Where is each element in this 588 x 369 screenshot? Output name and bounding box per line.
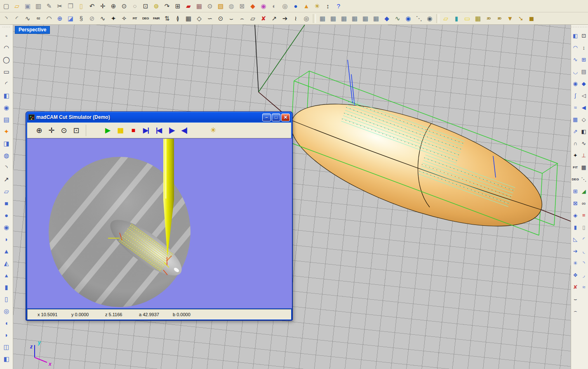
simulator-viewport[interactable]: [27, 138, 292, 308]
boolean-circle-icon[interactable]: ◎: [301, 13, 312, 24]
cplane-back-icon[interactable]: ▦: [371, 13, 381, 24]
toolbar-grip[interactable]: ·····: [571, 25, 579, 30]
interp-curve-icon[interactable]: ◠: [1, 42, 12, 54]
insert-knot-icon[interactable]: ≬: [172, 13, 183, 24]
print-icon[interactable]: ▥: [33, 1, 44, 12]
deg-plane-icon[interactable]: DEG: [571, 173, 579, 185]
diamond-angle-icon[interactable]: ◇: [580, 114, 588, 125]
blend-surface-icon[interactable]: ∿: [571, 54, 579, 66]
cplane-left-icon[interactable]: ▦: [339, 13, 349, 24]
circle-dots-icon[interactable]: ◍: [1, 149, 12, 161]
fit-curve-icon[interactable]: FIT: [129, 13, 140, 24]
madcam-grid-toolpath-icon[interactable]: ▦: [473, 13, 483, 24]
madcam-cut-simulator-icon[interactable]: ◼: [526, 13, 537, 24]
polygon-lasso-icon[interactable]: ◇: [194, 13, 205, 24]
cplane-grid-icon[interactable]: ▦: [194, 1, 205, 12]
sim-zoom-icon[interactable]: ⊙: [58, 124, 70, 137]
surface-3pt-icon[interactable]: ◧: [1, 90, 12, 102]
madcam-tool-library-icon[interactable]: ▮: [451, 13, 462, 24]
toolbar-grip[interactable]: ·····: [2, 25, 11, 30]
minimize-button[interactable]: –: [262, 114, 271, 121]
step-back-button[interactable]: ◀|: [178, 124, 191, 137]
arch-surface-icon[interactable]: ∩: [571, 137, 579, 149]
sweep2-icon[interactable]: ≈: [571, 102, 579, 114]
skip-to-start-button[interactable]: |◀: [152, 124, 165, 137]
move-uvn-icon[interactable]: ↗: [269, 13, 280, 24]
pan-hand-icon[interactable]: ✛: [97, 1, 108, 12]
spiral-seam-icon[interactable]: §: [76, 13, 87, 24]
deg-curve-icon[interactable]: DEG: [140, 13, 151, 24]
sim-pan-hand-icon[interactable]: ✛: [45, 124, 58, 137]
move-point-small-icon[interactable]: ⊡: [580, 30, 588, 42]
step-forward-button[interactable]: |▶: [165, 124, 178, 137]
curve-fillet-icon[interactable]: ◝: [1, 13, 12, 24]
surface-grid-icon[interactable]: ▤: [1, 114, 12, 125]
play-button[interactable]: ▶: [101, 124, 114, 137]
cplane-top-icon[interactable]: ▦: [317, 13, 328, 24]
solid-cylinder-icon[interactable]: ▮: [1, 281, 12, 293]
remove-control-point-icon[interactable]: ⌢: [237, 13, 247, 24]
copy-icon[interactable]: ❐: [65, 1, 76, 12]
solid-extrude-icon[interactable]: ◫: [1, 341, 12, 353]
curve-rebuild-icon[interactable]: ∿: [22, 13, 33, 24]
squares-pen-icon[interactable]: ◧: [580, 125, 588, 137]
solid-blue-icon[interactable]: ◆: [580, 78, 588, 90]
patch-points-icon[interactable]: ▱: [247, 13, 258, 24]
fit-plane-icon[interactable]: FIT: [571, 161, 579, 173]
dialog-titlebar[interactable]: madCAM Cut Simulator (Demo) – □ ✕: [27, 112, 291, 123]
curve-add-icon[interactable]: ⌣: [571, 293, 579, 305]
surface-corner4-icon[interactable]: ◞: [580, 269, 588, 281]
delete-point-icon[interactable]: ✘: [258, 13, 269, 24]
cplane-curve-icon[interactable]: ∿: [392, 13, 403, 24]
cut-scissors-icon[interactable]: ✂: [54, 1, 65, 12]
solid-cone-icon[interactable]: ▲: [1, 245, 12, 257]
trim-icon[interactable]: ◨: [1, 137, 12, 149]
move-sphere-icon[interactable]: ⊕: [54, 13, 65, 24]
explode-icon[interactable]: ✦: [1, 125, 12, 137]
red-stack-icon[interactable]: ≡: [580, 209, 588, 221]
arc-blend-icon[interactable]: ◠: [44, 13, 54, 24]
cplane-view-icon[interactable]: ◉: [403, 13, 414, 24]
axes-red-green-icon[interactable]: ⊥: [580, 149, 588, 161]
extend-curve-icon[interactable]: ◝: [1, 161, 12, 173]
open-folder-icon[interactable]: ▱: [12, 1, 22, 12]
solid-tube-icon[interactable]: ▯: [1, 293, 12, 305]
cylinder-scale-icon[interactable]: ▮: [571, 221, 579, 233]
ellipse-icon[interactable]: ◯: [1, 54, 12, 66]
curve-blend-icon[interactable]: ◜: [12, 13, 22, 24]
flatten-pen-icon[interactable]: ➔: [571, 245, 579, 257]
revolve-icon[interactable]: ◉: [571, 78, 579, 90]
network-surface-icon[interactable]: ▦: [571, 114, 579, 125]
solid-paraboloid-icon[interactable]: ◗: [1, 233, 12, 245]
rect-tall-icon[interactable]: ▯: [580, 221, 588, 233]
analyze-workbench-icon[interactable]: ✦: [571, 149, 579, 161]
green-ruler-icon[interactable]: ◢: [580, 185, 588, 197]
sim-zoom-extents-icon[interactable]: ⊡: [70, 124, 82, 137]
wave-small-icon[interactable]: ≈: [580, 281, 588, 293]
point-icon[interactable]: ◦: [1, 30, 12, 42]
lock-icon[interactable]: ⊠: [237, 1, 247, 12]
delete-surface-icon[interactable]: ✘: [571, 281, 579, 293]
cplane-front-icon[interactable]: ▦: [360, 13, 371, 24]
sweep1-icon[interactable]: ∫: [571, 90, 579, 102]
pause-button[interactable]: ▮▮: [114, 124, 127, 137]
close-button[interactable]: ✕: [281, 114, 290, 121]
options-gears-icon[interactable]: ✳: [312, 1, 322, 12]
cone-render-icon[interactable]: ▲: [301, 1, 312, 12]
madcam-3d-icon[interactable]: 3D: [494, 13, 505, 24]
lamp-icon[interactable]: ◍: [226, 1, 237, 12]
color-wheel-icon[interactable]: ◉: [258, 1, 269, 12]
zoom-extents-all-icon[interactable]: ⊠: [571, 197, 579, 209]
move-copy-icon[interactable]: ↗: [1, 173, 12, 185]
surface-corner3-icon[interactable]: ◝: [580, 257, 588, 269]
curve-points-icon[interactable]: ∿: [580, 137, 588, 149]
help-icon[interactable]: ?: [333, 1, 344, 12]
four-view-blue-icon[interactable]: ⊞: [571, 185, 579, 197]
prism-arrow-icon[interactable]: ◁: [580, 90, 588, 102]
madcam-drill-icon[interactable]: ▼: [505, 13, 515, 24]
solid-extrude-curve-icon[interactable]: ◧: [1, 353, 12, 365]
shaded-view-icon[interactable]: ◆: [247, 1, 258, 12]
solid-pyramid-icon[interactable]: ◭: [1, 257, 12, 269]
cplane-bottom-icon[interactable]: ▦: [328, 13, 339, 24]
add-control-point-icon[interactable]: ⌣: [226, 13, 237, 24]
